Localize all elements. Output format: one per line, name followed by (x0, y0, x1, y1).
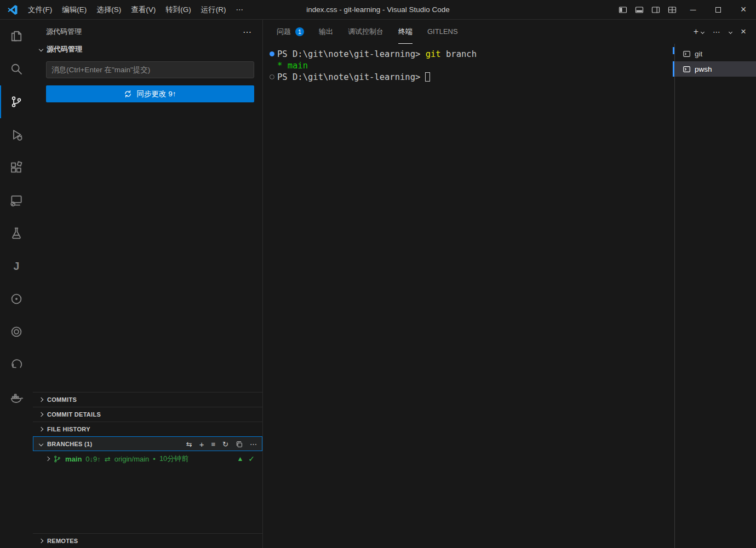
terminal-command: git (426, 49, 441, 59)
tab-problems[interactable]: 问题 1 (277, 20, 304, 44)
maximize-button[interactable] (706, 0, 731, 19)
pane-commits[interactable]: COMMITS (33, 392, 262, 407)
toggle-sidebar-icon[interactable] (615, 0, 631, 19)
terminal-tabs-list: git pwsh (674, 44, 756, 548)
push-triangle-icon[interactable]: ▲ (237, 455, 243, 463)
view-layout-icon[interactable]: ≡ (211, 441, 216, 448)
branch-row-main[interactable]: main 0↓9↑ ⇄ origin/main • 10分钟前 ▲ ✓ (33, 451, 262, 466)
menu-bar: 文件(F) 编辑(E) 选择(S) 查看(V) 转到(G) 运行(R) ⋯ (23, 3, 249, 17)
terminal[interactable]: PS D:\git\note\git-learning> git branch … (263, 44, 674, 548)
run-debug-icon[interactable] (0, 118, 33, 151)
tab-gitlens[interactable]: GITLENS (427, 20, 458, 44)
terminal-cursor (425, 72, 430, 82)
jupyter-icon[interactable]: J (0, 250, 33, 282)
docker-icon[interactable] (0, 381, 33, 414)
terminal-argument: branch (446, 49, 477, 59)
target-icon[interactable] (0, 315, 33, 348)
sidebar-more-actions-icon[interactable]: ⋯ (243, 27, 251, 37)
explorer-icon[interactable] (0, 20, 33, 53)
sidebar-source-control: 源代码管理 ⋯ 源代码管理 同步更改 9↑ COMMITS COMMIT DET… (33, 20, 263, 548)
chevron-down-icon (39, 47, 43, 51)
overview-ruler-mark (673, 47, 674, 54)
minimize-button[interactable]: ─ (680, 0, 706, 19)
terminal-tab-label: git (695, 50, 702, 58)
svg-text:J: J (14, 260, 20, 272)
terminal-prompt: PS D:\git\note\git-learning> (277, 49, 420, 59)
ahead-behind-count: 0↓9↑ (85, 455, 100, 463)
chevron-right-icon (39, 427, 43, 431)
pane-branches-label: BRANCHES (1) (47, 441, 92, 447)
sidebar-title: 源代码管理 (46, 27, 82, 37)
more-menus-icon[interactable]: ⋯ (231, 3, 249, 17)
window-title: index.css - git-learning - Visual Studio… (306, 5, 450, 14)
remote-explorer-icon[interactable] (0, 184, 33, 217)
menu-run[interactable]: 运行(R) (196, 3, 231, 17)
terminal-profile-dropdown-icon[interactable] (701, 30, 705, 33)
customize-layout-icon[interactable] (664, 0, 680, 19)
tab-debug-console[interactable]: 调试控制台 (348, 20, 383, 44)
refresh-icon[interactable]: ↻ (222, 441, 228, 448)
scm-provider-label: 源代码管理 (47, 44, 82, 54)
history-arrow-icon[interactable] (0, 348, 33, 381)
pane-file-history[interactable]: FILE HISTORY (33, 422, 262, 436)
branches-pane-body (33, 466, 262, 533)
branch-icon (53, 455, 61, 463)
separator-dot: • (153, 455, 156, 463)
close-panel-icon[interactable]: × (741, 26, 746, 37)
tab-problems-label: 问题 (277, 27, 291, 37)
pane-commit-details-label: COMMIT DETAILS (47, 411, 101, 418)
close-button[interactable]: × (731, 0, 756, 19)
upstream-name: origin/main (114, 455, 150, 463)
toggle-secondary-sidebar-icon[interactable] (648, 0, 664, 19)
extensions-icon[interactable] (0, 151, 33, 184)
panel-collapse-icon[interactable] (729, 31, 732, 33)
tab-gitlens-label: GITLENS (427, 27, 458, 36)
source-control-icon[interactable] (0, 85, 33, 118)
overview-ruler-mark (673, 61, 674, 77)
commit-message-input[interactable] (46, 61, 254, 78)
sync-changes-button[interactable]: 同步更改 9↑ (46, 85, 254, 102)
scm-provider-header[interactable]: 源代码管理 (33, 42, 262, 57)
activity-bar: J (0, 20, 33, 548)
more-actions-icon[interactable]: ⋯ (250, 441, 257, 448)
sidebar-header: 源代码管理 ⋯ (33, 20, 262, 42)
branches-toolbar: ⇆ + ≡ ↻ ⋯ (186, 440, 257, 448)
menu-file[interactable]: 文件(F) (23, 3, 57, 17)
menu-edit[interactable]: 编辑(E) (57, 3, 91, 17)
new-branch-icon[interactable]: + (199, 440, 204, 448)
terminal-tab-git[interactable]: git (675, 46, 756, 61)
command-decoration-pending-icon (270, 74, 274, 79)
terminal-more-actions-icon[interactable]: ⋯ (713, 27, 720, 36)
search-icon[interactable] (0, 53, 33, 85)
pane-file-history-label: FILE HISTORY (47, 426, 90, 432)
copy-icon[interactable] (236, 441, 243, 448)
terminal-line-command: PS D:\git\note\git-learning> git branch (270, 48, 671, 60)
panel-header: 问题 1 输出 调试控制台 终端 GITLENS + ⋯ × (263, 20, 756, 44)
problems-badge: 1 (295, 27, 304, 36)
menu-go[interactable]: 转到(G) (161, 3, 196, 17)
terminal-tab-pwsh[interactable]: pwsh (675, 61, 756, 77)
toggle-panel-icon[interactable] (631, 0, 648, 19)
pane-branches[interactable]: BRANCHES (1) ⇆ + ≡ ↻ ⋯ (33, 436, 262, 451)
compare-branches-icon[interactable]: ⇆ (186, 441, 192, 448)
scm-tree-empty-area (33, 102, 262, 392)
new-terminal-button[interactable]: + (694, 27, 704, 37)
command-decoration-success-icon (270, 51, 274, 56)
chevron-right-icon (39, 412, 43, 417)
terminal-prompt: PS D:\git\note\git-learning> (277, 72, 420, 82)
panel-area: 问题 1 输出 调试控制台 终端 GITLENS + ⋯ × (263, 20, 756, 548)
terminal-line-prompt: PS D:\git\note\git-learning> (270, 71, 671, 83)
title-bar: 文件(F) 编辑(E) 选择(S) 查看(V) 转到(G) 运行(R) ⋯ in… (0, 0, 756, 20)
panel-actions: + ⋯ × (694, 26, 746, 37)
pane-remotes[interactable]: REMOTES (33, 533, 262, 548)
sync-button-label: 同步更改 9↑ (136, 89, 176, 99)
terminal-line-output: * main (270, 60, 671, 71)
tab-terminal[interactable]: 终端 (398, 20, 413, 44)
circle-extension-icon[interactable] (0, 282, 33, 315)
testing-icon[interactable] (0, 217, 33, 250)
menu-view[interactable]: 查看(V) (126, 3, 161, 17)
pane-commit-details[interactable]: COMMIT DETAILS (33, 407, 262, 422)
tab-output[interactable]: 输出 (319, 20, 333, 44)
menu-selection[interactable]: 选择(S) (91, 3, 126, 17)
branch-time: 10分钟前 (159, 454, 188, 464)
